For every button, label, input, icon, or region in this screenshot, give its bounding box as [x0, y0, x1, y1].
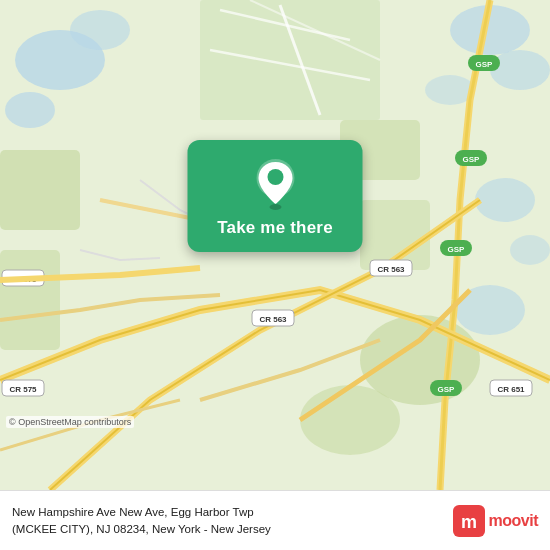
- moovit-wordmark: moovit: [489, 512, 538, 530]
- location-pin-icon: [253, 158, 297, 210]
- moovit-icon: m: [453, 505, 485, 537]
- svg-point-7: [475, 178, 535, 222]
- svg-point-8: [510, 235, 550, 265]
- svg-text:CR 651: CR 651: [497, 385, 525, 394]
- svg-point-15: [300, 385, 400, 455]
- svg-text:GSP: GSP: [438, 385, 456, 394]
- moovit-logo: m moovit: [453, 505, 538, 537]
- svg-text:GSP: GSP: [476, 60, 494, 69]
- address-line1: New Hampshire Ave New Ave, Egg Harbor Tw…: [12, 506, 254, 518]
- svg-point-2: [5, 92, 55, 128]
- take-me-there-label: Take me there: [217, 218, 333, 238]
- svg-point-43: [267, 169, 283, 185]
- copyright-notice: © OpenStreetMap contributors: [6, 416, 134, 428]
- svg-text:GSP: GSP: [463, 155, 481, 164]
- svg-text:CR 563: CR 563: [377, 265, 405, 274]
- svg-point-42: [269, 204, 281, 210]
- bottom-bar: New Hampshire Ave New Ave, Egg Harbor Tw…: [0, 490, 550, 550]
- svg-text:m: m: [461, 512, 477, 532]
- svg-rect-11: [0, 250, 60, 350]
- svg-text:CR 575: CR 575: [9, 385, 37, 394]
- svg-text:CR 563: CR 563: [259, 315, 287, 324]
- svg-text:GSP: GSP: [448, 245, 466, 254]
- svg-rect-10: [0, 150, 80, 230]
- address-block: New Hampshire Ave New Ave, Egg Harbor Tw…: [12, 504, 443, 536]
- svg-point-5: [490, 50, 550, 90]
- map-area: GSP GSP GSP GSP CR 563 CR 563 CR 575 CR …: [0, 0, 550, 490]
- address-text: New Hampshire Ave New Ave, Egg Harbor Tw…: [12, 504, 443, 536]
- address-line2: (MCKEE CITY), NJ 08234, New York - New J…: [12, 523, 271, 535]
- svg-point-3: [70, 10, 130, 50]
- take-me-there-button[interactable]: Take me there: [188, 140, 363, 252]
